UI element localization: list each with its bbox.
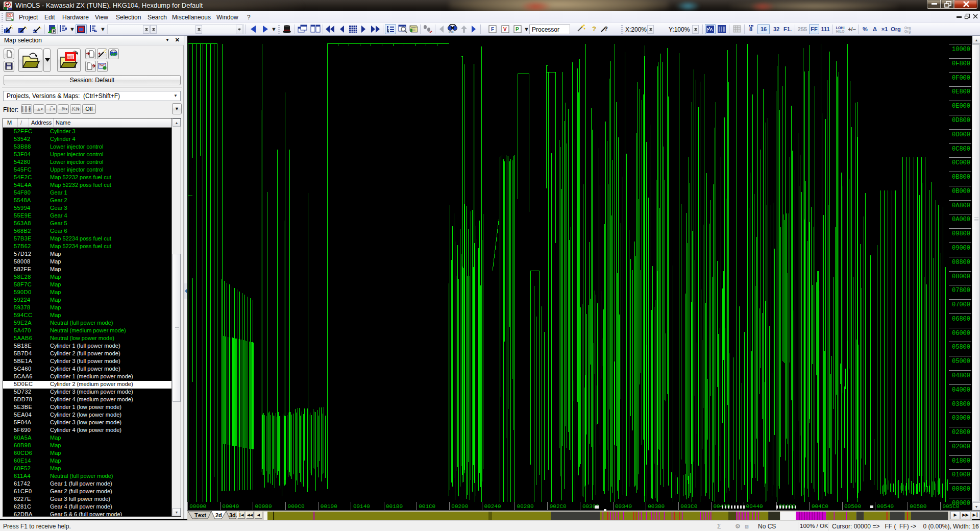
svg-text:00100: 00100 xyxy=(321,503,337,510)
svg-text:06800: 06800 xyxy=(952,316,970,323)
svg-text:IOI: IOI xyxy=(8,14,11,17)
svg-text:0C000: 0C000 xyxy=(952,159,970,166)
svg-text:05800: 05800 xyxy=(952,344,970,351)
svg-text:00440: 00440 xyxy=(746,503,763,510)
svg-text:00200: 00200 xyxy=(451,503,468,510)
svg-text:03000: 03000 xyxy=(952,415,970,422)
svg-text:000C0: 000C0 xyxy=(288,503,305,510)
svg-text:00500: 00500 xyxy=(844,503,861,510)
svg-text:HP: HP xyxy=(111,52,117,57)
svg-text:08800: 08800 xyxy=(952,259,970,266)
svg-text:F: F xyxy=(53,29,55,34)
svg-text:0F800: 0F800 xyxy=(952,60,970,67)
svg-text:08000: 08000 xyxy=(952,273,970,280)
svg-text:01800: 01800 xyxy=(952,457,970,465)
svg-text:2d: 2d xyxy=(215,512,222,518)
svg-text:00280: 00280 xyxy=(517,503,534,510)
svg-text:00540: 00540 xyxy=(877,503,894,510)
svg-text:0B800: 0B800 xyxy=(952,174,970,181)
svg-text:003C0: 003C0 xyxy=(680,503,697,510)
svg-text:00080: 00080 xyxy=(255,503,272,510)
svg-text:00400: 00400 xyxy=(713,503,730,510)
svg-text:05000: 05000 xyxy=(952,358,970,365)
svg-text:00000: 00000 xyxy=(189,503,206,510)
svg-text:02800: 02800 xyxy=(952,429,970,436)
svg-text:004C0: 004C0 xyxy=(812,503,828,510)
svg-text:0E000: 0E000 xyxy=(952,103,970,110)
svg-text:00580: 00580 xyxy=(910,503,926,510)
svg-text:HT: HT xyxy=(67,55,74,60)
svg-text:0D000: 0D000 xyxy=(952,131,970,138)
svg-text:0B000: 0B000 xyxy=(952,188,970,195)
svg-text:P: P xyxy=(516,27,519,32)
svg-text:?: ? xyxy=(604,26,608,32)
svg-text:0A800: 0A800 xyxy=(952,202,970,209)
svg-text:07800: 07800 xyxy=(952,287,970,294)
svg-text:005C0: 005C0 xyxy=(942,503,959,510)
svg-text:F: F xyxy=(491,27,494,32)
svg-text:00800: 00800 xyxy=(952,486,970,493)
svg-text:00240: 00240 xyxy=(484,503,501,510)
svg-text:09800: 09800 xyxy=(952,230,970,237)
svg-text:02000: 02000 xyxy=(952,443,970,450)
svg-text:T: T xyxy=(194,512,198,518)
svg-text:0D800: 0D800 xyxy=(952,117,970,124)
svg-text:01000: 01000 xyxy=(952,471,970,478)
svg-text:3d: 3d xyxy=(229,512,236,518)
svg-text:04800: 04800 xyxy=(952,372,970,379)
svg-text:00340: 00340 xyxy=(615,503,632,510)
svg-text:00040: 00040 xyxy=(222,503,239,510)
svg-text:002C0: 002C0 xyxy=(550,503,567,510)
svg-text:00140: 00140 xyxy=(353,503,370,510)
svg-text:0A000: 0A000 xyxy=(952,216,970,223)
svg-text:06000: 06000 xyxy=(952,330,970,337)
svg-text:00180: 00180 xyxy=(386,503,403,510)
svg-text:0F000: 0F000 xyxy=(952,75,970,82)
svg-text:09000: 09000 xyxy=(952,245,970,252)
svg-text:ext: ext xyxy=(198,512,206,518)
svg-text:V: V xyxy=(503,27,507,32)
svg-text:001C0: 001C0 xyxy=(419,503,435,510)
svg-text:IOIl..: IOIl.. xyxy=(449,31,455,34)
svg-text:0C800: 0C800 xyxy=(952,146,970,153)
svg-text:04000: 04000 xyxy=(952,387,970,394)
svg-text:03800: 03800 xyxy=(952,401,970,408)
svg-text:07000: 07000 xyxy=(952,301,970,308)
svg-text:0E800: 0E800 xyxy=(952,88,970,95)
svg-text:10000: 10000 xyxy=(952,46,970,53)
svg-text:00380: 00380 xyxy=(648,503,665,510)
